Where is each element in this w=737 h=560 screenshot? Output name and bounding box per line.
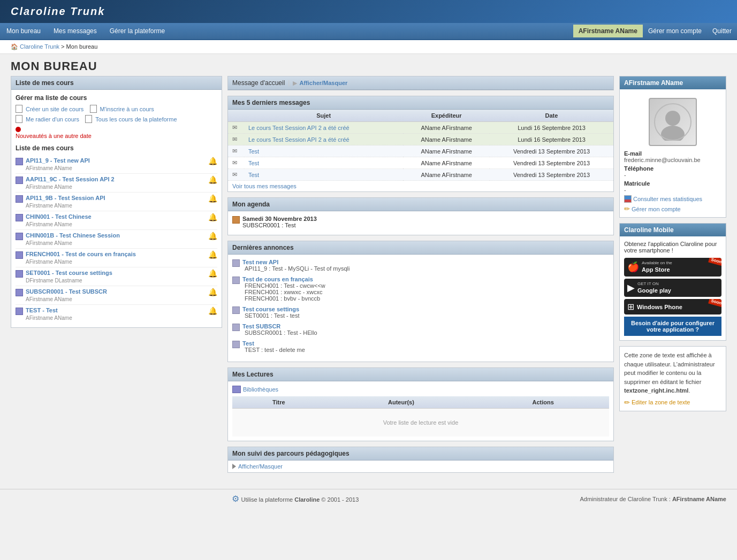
course-action-btn[interactable]: 🔔 [208,157,217,165]
msg-date: Lundi 16 Septembre 2013 [490,122,613,134]
lectures-content: Bibliothèques Titre Auteur(s) Actions Vo… [228,381,613,441]
course-link[interactable]: AAPI11_9C - Test Session API 2 [26,176,115,182]
annonce-detail: FRENCH001 : xwwxc - xwcxc [245,289,322,295]
suivi-content: Afficher/Masquer [228,461,613,472]
course-link[interactable]: API11_9 - Test new API [26,157,90,164]
course-action-btn[interactable]: 🔔 [208,232,217,240]
footer-center: ⚙ Utilise la plateforme Claroline © 2001… [11,494,580,504]
matricule-value: - [624,187,626,193]
annonce-link[interactable]: Test course settings [242,306,299,312]
col-titre: Titre [232,396,325,409]
course-link[interactable]: SUBSCR0001 - Test SUBSCR [26,288,107,295]
course-link[interactable]: FRENCH001 - Test de cours en français [26,251,136,257]
course-icon [16,233,23,240]
annonce-item: Test TEST : test - delete me [232,340,609,353]
course-teacher: AFirstname AName [26,203,72,209]
annonce-link[interactable]: Test [242,340,254,347]
app-header: Claroline Trunk [0,0,737,23]
msg-subject-link[interactable]: Le cours Test Session API 2 a été créé [248,125,349,131]
agenda-text: Samedi 30 Novembre 2013 SUBSCR0001 : Tes… [242,216,317,228]
annonce-text: Test course settings SET0001 : Test - te… [242,306,300,319]
annonce-detail: SUBSCR0001 : Test - HEllo [245,329,317,336]
email-value: frederic.minne@uclouvain.be [624,157,701,163]
nav-mes-messages[interactable]: Mes messages [47,23,103,39]
course-link[interactable]: TEST - Test [26,307,58,313]
profile-box: AFirstname AName E-mail frederic.minne@u… [619,76,726,218]
annonce-detail: SET0001 : Test - test [245,312,300,319]
googleplay-btn[interactable]: ▶ GET IT ON Google play [624,279,721,297]
pencil-icon: ✏ [624,205,630,213]
msg-subject-link[interactable]: Le cours Test Session API 2 a été créé [248,136,349,143]
suivi-box: Mon suivi des parcours pédagogiques Affi… [227,447,614,473]
page-title-area: MON BUREAU [0,54,737,76]
course-action-btn[interactable]: 🔔 [208,288,217,296]
inscrire-cours-link[interactable]: M'inscrire à un cours [100,105,154,113]
msg-subject-link[interactable]: Test [248,160,259,166]
stats-link[interactable]: Consulter mes statistiques [624,195,721,203]
annonce-icon [232,259,240,267]
annonce-icon [232,306,240,314]
courses-section-content: Gérer ma liste de cours Créer un site de… [11,90,222,327]
nav-gerer-plateforme[interactable]: Gérer la plateforme [103,23,171,39]
courses-box: Liste de mes cours Gérer ma liste de cou… [11,76,222,328]
msg-subject: Le cours Test Session API 2 a été créé [244,134,403,145]
course-link[interactable]: CHIN001B - Test Chinese Session [26,232,120,239]
course-action-btn[interactable]: 🔔 [208,269,217,278]
page-title: MON BUREAU [11,59,726,73]
mail-icon-cell: ✉ [228,157,244,169]
breadcrumb-home-link[interactable]: Claroline Trunk [20,43,59,50]
account-link[interactable]: ✏ Gérer mon compte [624,205,721,213]
annonce-icon [232,324,240,331]
appstore-btn[interactable]: 🍎 Available on the App Store Soon [624,258,721,277]
course-teacher: AFirstname AName [26,315,72,321]
course-action-btn[interactable]: 🔔 [208,306,217,315]
annonce-detail: FRENCH001 : bvbv - bvnccb [245,295,320,302]
annonces-content: Test new API API11_9 : Test - MySQLi - T… [228,255,613,362]
course-icon [16,289,23,296]
nav-quitter[interactable]: Quitter [707,25,737,37]
courses-section-header: Liste de mes cours [11,76,222,90]
msg-subject-link[interactable]: Test [248,148,259,155]
course-action-btn[interactable]: 🔔 [208,175,217,184]
course-action-btn[interactable]: 🔔 [208,250,217,259]
radier-cours-link[interactable]: Me radier d'un cours [26,115,79,123]
suivi-toggle-link[interactable]: Afficher/Masquer [238,463,283,470]
course-link[interactable]: CHIN001 - Test Chinese [26,213,92,220]
annonce-link[interactable]: Test de cours en français [242,276,313,282]
msg-subject: Test [244,169,403,181]
annonce-text: Test SUBSCR SUBSCR0001 : Test - HEllo [242,323,317,336]
biblio-icon [232,386,241,393]
breadcrumb-current: Mon bureau [66,43,98,50]
message-row: ✉ Test AName AFirstname Vendredi 13 Sept… [228,145,613,157]
voir-messages-link[interactable]: Voir tous mes messages [232,183,297,189]
course-link[interactable]: API11_9B - Test Session API [26,195,105,201]
course-action-btn[interactable]: 🔔 [208,194,217,203]
annonce-link[interactable]: Test new API [242,259,278,265]
nav-left: Mon bureau Mes messages Gérer la platefo… [0,23,171,39]
course-info: SET0001 - Test course settings DFirstnam… [16,269,112,284]
messages-box: Mes 5 derniers messages Sujet Expéditeur… [227,96,614,192]
toggle-welcome-link[interactable]: Afficher/Masquer [299,80,347,86]
edit-zone-link[interactable]: ✏ Editer la zone de texte [624,398,721,406]
annonce-link[interactable]: Test SUBSCR [242,323,280,329]
help-configure-btn[interactable]: Besoin d'aide pour configurer votre appl… [624,317,721,336]
annonces-title: Dernières annonces [228,241,613,255]
message-row: ✉ Test AName AFirstname Vendredi 13 Sept… [228,157,613,169]
nouveautes-link[interactable]: Nouveautés à une autre date [16,133,217,139]
course-link[interactable]: SET0001 - Test course settings [26,270,112,276]
left-column: Liste de mes cours Gérer ma liste de cou… [11,76,222,478]
agenda-content: Samedi 30 Novembre 2013 SUBSCR0001 : Tes… [228,211,613,235]
nav-gerer-compte[interactable]: Gérer mon compte [643,25,707,37]
course-item: SET0001 - Test course settings DFirstnam… [16,267,217,286]
msg-subject-link[interactable]: Test [248,172,259,178]
windowsphone-btn[interactable]: ⊞ Windows Phone Soon [624,299,721,314]
course-item: TEST - Test AFirstname AName 🔔 [16,305,217,323]
bibliotheques-link[interactable]: Bibliothèques [232,386,609,393]
creer-site-link[interactable]: Créer un site de cours [26,105,83,113]
course-info: FRENCH001 - Test de cours en français AF… [16,250,136,265]
tous-cours-link[interactable]: Tous les cours de la plateforme [95,115,177,123]
nav-mon-bureau[interactable]: Mon bureau [0,23,47,39]
course-item: CHIN001 - Test Chinese AFirstname AName … [16,211,217,230]
suivi-toggle: Afficher/Masquer [232,463,609,470]
course-action-btn[interactable]: 🔔 [208,213,217,221]
